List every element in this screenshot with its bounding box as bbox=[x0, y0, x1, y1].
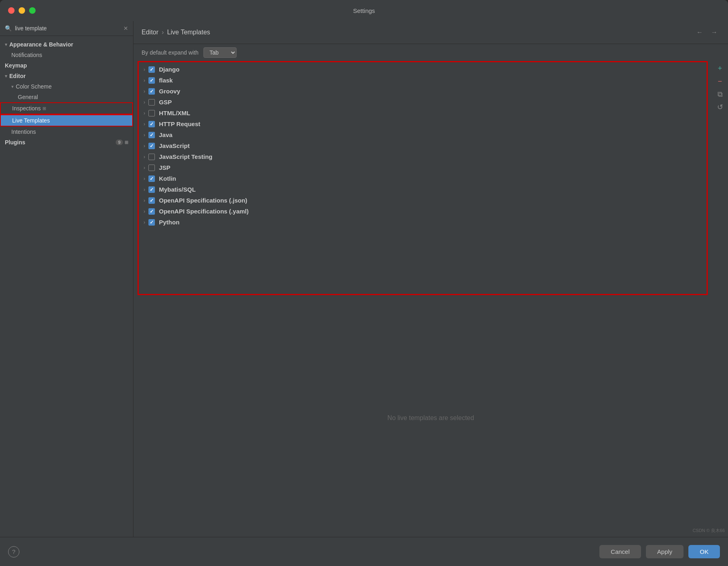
settings-window: Settings 🔍 ✕ ▾ Appearance & Behavior Not… bbox=[0, 0, 728, 566]
checkbox-http-request[interactable] bbox=[148, 121, 155, 127]
expand-bar: By default expand with Tab Enter Space bbox=[133, 44, 728, 61]
plugins-badge: 9 bbox=[116, 139, 123, 145]
title-bar: Settings bbox=[0, 0, 728, 21]
template-group-http-request[interactable]: › HTTP Request bbox=[139, 118, 707, 129]
expand-arrow-icon: › bbox=[144, 110, 145, 116]
search-icon: 🔍 bbox=[5, 25, 12, 32]
checkbox-openapi-yaml[interactable] bbox=[148, 208, 155, 215]
checkbox-gsp[interactable] bbox=[148, 99, 155, 106]
search-clear-button[interactable]: ✕ bbox=[123, 25, 128, 32]
expand-arrow-icon: › bbox=[144, 89, 145, 94]
action-sidebar: + − ⧉ ↺ bbox=[712, 61, 728, 299]
help-button[interactable]: ? bbox=[8, 546, 19, 558]
expand-arrow-icon: › bbox=[144, 67, 145, 72]
checkbox-javascript[interactable] bbox=[148, 143, 155, 149]
search-input[interactable] bbox=[15, 25, 123, 32]
template-list-outer: › Django › flask › bbox=[138, 61, 708, 295]
expand-arrow-icon: › bbox=[144, 165, 145, 171]
sidebar-item-notifications[interactable]: Notifications bbox=[0, 50, 133, 60]
chevron-icon: ▾ bbox=[5, 74, 7, 79]
template-group-flask[interactable]: › flask bbox=[139, 75, 707, 86]
breadcrumb-bar: Editor › Live Templates ← → bbox=[133, 21, 728, 44]
expand-arrow-icon: › bbox=[144, 198, 145, 203]
checkbox-openapi-json[interactable] bbox=[148, 197, 155, 204]
checkbox-jsp[interactable] bbox=[148, 165, 155, 171]
sidebar-item-editor[interactable]: ▾ Editor bbox=[0, 71, 133, 81]
template-group-mybatis-sql[interactable]: › Mybatis/SQL bbox=[139, 184, 707, 195]
close-button[interactable] bbox=[8, 7, 15, 14]
template-group-groovy[interactable]: › Groovy bbox=[139, 86, 707, 97]
breadcrumb: Editor › Live Templates bbox=[142, 29, 210, 36]
nav-buttons: ← → bbox=[694, 27, 720, 38]
checkbox-java[interactable] bbox=[148, 132, 155, 138]
template-group-openapi-json[interactable]: › OpenAPI Specifications (.json) bbox=[139, 195, 707, 206]
window-controls bbox=[8, 7, 36, 14]
template-group-java[interactable]: › Java bbox=[139, 129, 707, 140]
sidebar-item-live-templates[interactable]: Live Templates bbox=[0, 114, 133, 127]
right-panel: Editor › Live Templates ← → By default e… bbox=[133, 21, 728, 537]
bottom-bar: ? Cancel Apply OK bbox=[0, 537, 728, 566]
nav-tree: ▾ Appearance & Behavior Notifications Ke… bbox=[0, 36, 133, 537]
sidebar: 🔍 ✕ ▾ Appearance & Behavior Notification… bbox=[0, 21, 133, 537]
sidebar-item-color-scheme[interactable]: ▾ Color Scheme bbox=[0, 81, 133, 92]
bottom-left: ? bbox=[8, 546, 19, 558]
expand-arrow-icon: › bbox=[144, 143, 145, 149]
expand-arrow-icon: › bbox=[144, 132, 145, 138]
main-content: 🔍 ✕ ▾ Appearance & Behavior Notification… bbox=[0, 21, 728, 537]
sidebar-item-inspections[interactable]: Inspections ⊞ bbox=[0, 102, 133, 114]
minimize-button[interactable] bbox=[19, 7, 25, 14]
reset-button[interactable]: ↺ bbox=[714, 101, 726, 113]
panel-body: By default expand with Tab Enter Space › bbox=[133, 44, 728, 537]
chevron-icon: ▾ bbox=[11, 84, 14, 89]
forward-button[interactable]: → bbox=[709, 27, 720, 38]
expand-arrow-icon: › bbox=[144, 176, 145, 182]
template-group-django[interactable]: › Django bbox=[139, 64, 707, 75]
back-button[interactable]: ← bbox=[694, 27, 705, 38]
breadcrumb-current: Live Templates bbox=[167, 29, 210, 36]
maximize-button[interactable] bbox=[29, 7, 36, 14]
template-list-scroll[interactable]: › Django › flask › bbox=[139, 62, 707, 294]
expand-arrow-icon: › bbox=[144, 154, 145, 160]
remove-button[interactable]: − bbox=[714, 76, 726, 87]
cancel-button[interactable]: Cancel bbox=[599, 545, 641, 558]
checkbox-javascript-testing[interactable] bbox=[148, 154, 155, 160]
sidebar-item-appearance-behavior[interactable]: ▾ Appearance & Behavior bbox=[0, 39, 133, 50]
expand-label: By default expand with bbox=[142, 49, 199, 56]
empty-state: No live templates are selected bbox=[133, 299, 728, 537]
expand-select[interactable]: Tab Enter Space bbox=[203, 47, 237, 58]
expand-arrow-icon: › bbox=[144, 187, 145, 192]
ok-button[interactable]: OK bbox=[688, 545, 720, 558]
template-group-kotlin[interactable]: › Kotlin bbox=[139, 173, 707, 184]
bottom-right: Cancel Apply OK bbox=[599, 545, 720, 558]
add-button[interactable]: + bbox=[714, 63, 726, 74]
checkbox-python[interactable] bbox=[148, 219, 155, 226]
apply-button[interactable]: Apply bbox=[646, 545, 684, 558]
pin-icon: ⊞ bbox=[42, 106, 46, 111]
sidebar-item-plugins[interactable]: Plugins 9 ⊞ bbox=[0, 137, 133, 148]
template-group-jsp[interactable]: › JSP bbox=[139, 162, 707, 173]
template-group-javascript[interactable]: › JavaScript bbox=[139, 140, 707, 151]
template-group-javascript-testing[interactable]: › JavaScript Testing bbox=[139, 151, 707, 162]
template-group-html-xml[interactable]: › HTML/XML bbox=[139, 108, 707, 118]
breadcrumb-separator: › bbox=[162, 29, 164, 36]
checkbox-mybatis-sql[interactable] bbox=[148, 186, 155, 193]
breadcrumb-parent: Editor bbox=[142, 29, 159, 36]
checkbox-django[interactable] bbox=[148, 66, 155, 73]
copy-button[interactable]: ⧉ bbox=[714, 89, 726, 100]
pin-icon: ⊞ bbox=[125, 140, 128, 145]
template-group-gsp[interactable]: › GSP bbox=[139, 97, 707, 108]
checkbox-kotlin[interactable] bbox=[148, 175, 155, 182]
chevron-icon: ▾ bbox=[5, 42, 7, 47]
template-group-python[interactable]: › Python bbox=[139, 217, 707, 228]
watermark: CSDN © 良木66 bbox=[692, 528, 725, 534]
template-group-openapi-yaml[interactable]: › OpenAPI Specifications (.yaml) bbox=[139, 206, 707, 217]
checkbox-html-xml[interactable] bbox=[148, 110, 155, 116]
sidebar-item-intentions[interactable]: Intentions bbox=[0, 127, 133, 137]
expand-arrow-icon: › bbox=[144, 99, 145, 105]
checkbox-flask[interactable] bbox=[148, 77, 155, 84]
checkbox-groovy[interactable] bbox=[148, 88, 155, 95]
sidebar-item-general[interactable]: General bbox=[0, 92, 133, 102]
window-title: Settings bbox=[353, 7, 375, 14]
sidebar-item-keymap[interactable]: Keymap bbox=[0, 60, 133, 71]
expand-arrow-icon: › bbox=[144, 220, 145, 225]
